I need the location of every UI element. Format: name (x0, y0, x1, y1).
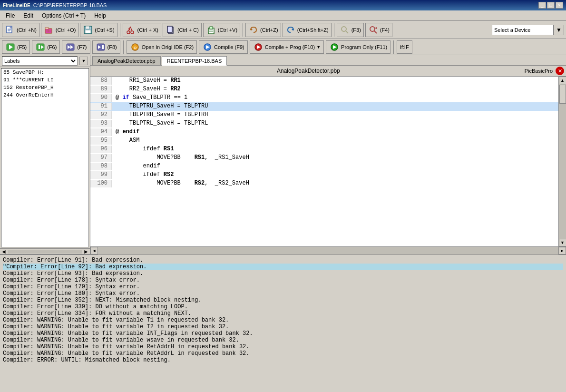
new-file-icon (5, 25, 15, 35)
copy-label: (Ctrl + C) (177, 27, 199, 33)
device-input[interactable] (492, 25, 554, 35)
scroll-down-arrow[interactable]: ▼ (559, 239, 566, 246)
origi-icon: O (130, 42, 140, 52)
f8-label: (F8) (107, 44, 117, 50)
labels-dropdown-button[interactable]: ▼ (79, 57, 88, 65)
separator4 (123, 40, 124, 54)
list-item[interactable]: 244 OverReEnterH (1, 91, 88, 99)
open-file-button[interactable]: (Ctrl +O) (41, 23, 78, 37)
paste-button[interactable]: (Ctrl +V) (203, 23, 240, 37)
line-content: RR1_SaveH = RR1 (112, 77, 181, 85)
code-content[interactable]: 88 RR1_SaveH = RR1 89 RR2_SaveH = RR2 90… (90, 77, 558, 246)
search-next-icon (368, 25, 379, 35)
scroll-left-arrow[interactable]: ◄ (1, 248, 7, 255)
line-content: RR2_SaveH = RR2 (112, 86, 181, 93)
menu-file[interactable]: File (2, 11, 19, 20)
bottom-scrollbar[interactable]: ◄ ► (90, 246, 566, 254)
tab-reenter[interactable]: REENTERPBP-18.BAS (162, 56, 227, 66)
save-file-label: (Ctrl +S) (95, 27, 114, 33)
labels-list[interactable]: 65 SavePBP_H: 91 ***CURRENT LI 152 Resto… (1, 68, 89, 247)
save-file-icon (83, 25, 93, 35)
compile-button[interactable]: Compile (F9) (199, 40, 248, 54)
svg-rect-11 (86, 26, 89, 29)
paste-label: (Ctrl +V) (218, 27, 237, 33)
code-line-100: 100 MOVE?BB RS2, _RS2_SaveH (90, 179, 558, 188)
line-content: MOVE?BB RS2, _RS2_SaveH (112, 180, 249, 187)
scroll-thumb[interactable] (559, 85, 566, 104)
copy-button[interactable]: (Ctrl + C) (163, 23, 202, 37)
close-window-button[interactable]: × (556, 2, 563, 9)
compile-prog-button[interactable]: Compile + Prog (F10) ▼ (250, 40, 324, 54)
f6-button[interactable]: (F6) (32, 40, 60, 54)
line-number: 92 (90, 111, 112, 119)
output-line-3: Compiler: Error[Line 178]: Syntax error. (3, 277, 563, 284)
tab-analog[interactable]: AnalogPeakDetector.pbp (92, 56, 161, 65)
close-editor-button[interactable]: ✕ (556, 67, 564, 75)
scroll-left-arrow[interactable]: ◄ (90, 247, 98, 255)
scroll-up-arrow[interactable]: ▲ (559, 77, 566, 84)
right-scrollbar[interactable]: ▲ ▼ (558, 77, 566, 246)
new-file-button[interactable]: (Ctrl +N) (2, 23, 39, 37)
separator2 (243, 23, 243, 37)
output-line-1: "Compiler: Error[Line 92]: Bad expressio… (3, 264, 563, 270)
labels-dropdown[interactable]: Labels (2, 56, 78, 66)
f5-button[interactable]: (F5) (2, 40, 30, 54)
undo-label: (Ctrl+Z) (260, 27, 278, 33)
separator5 (393, 40, 394, 54)
f8-button[interactable]: (F8) (92, 40, 120, 54)
svg-rect-12 (85, 30, 91, 33)
code-line-90: 90 @ if Save_TBLPTR == 1 (90, 94, 558, 102)
code-filename: AnalogPeakDetector.pbp (92, 68, 525, 74)
list-item[interactable]: 152 RestorePBP_H (1, 84, 88, 91)
output-line-9: Compiler: WARNING: Unable to fit variabl… (3, 317, 563, 323)
compile-prog-dropdown[interactable]: ▼ (316, 45, 321, 49)
line-content: TBLPTRH_SaveH = TBLPTRH (112, 111, 208, 119)
minimize-button[interactable]: _ (538, 2, 546, 9)
line-content: ifdef RS1 (112, 146, 174, 153)
f7-button[interactable]: (F7) (62, 40, 90, 54)
copy-icon (166, 25, 176, 35)
scroll-right-arrow[interactable]: ► (83, 248, 89, 255)
origi-ide-label: Open in Origi IDE (F2) (142, 44, 194, 50)
code-line-92: 92 TBLPTRH_SaveH = TBLPTRH (90, 111, 558, 119)
output-line-4: Compiler: Error[Line 179]: Syntax error. (3, 284, 563, 290)
list-item[interactable]: 91 ***CURRENT LI (1, 76, 88, 84)
toolbar1: (Ctrl +N) (Ctrl +O) (Ctrl +S) (0, 21, 566, 39)
save-file-button[interactable]: (Ctrl +S) (80, 23, 117, 37)
search-button[interactable]: (F3) (337, 23, 364, 37)
line-number: 95 (90, 137, 112, 145)
output-panel[interactable]: Compiler: Error[Line 91]: Bad expression… (0, 254, 566, 392)
title-controls[interactable]: _ □ × (538, 2, 563, 9)
program-only-button[interactable]: Program Only (F11) (326, 40, 390, 54)
device-selector[interactable]: ▼ (492, 25, 564, 35)
undo-button[interactable]: (Ctrl+Z) (245, 23, 281, 37)
scroll-track[interactable] (559, 84, 566, 239)
redo-button[interactable]: (Ctrl+Shift+Z) (283, 23, 332, 37)
list-item[interactable]: 65 SavePBP_H: (1, 69, 88, 76)
cut-icon (126, 25, 136, 35)
menu-help[interactable]: Help (90, 11, 110, 20)
maximize-button[interactable]: □ (547, 2, 555, 9)
search-next-button[interactable]: (F4) (365, 23, 392, 37)
code-line-97: 97 MOVE?BB RS1, _RS1_SaveH (90, 154, 558, 162)
output-line-12: Compiler: WARNING: Unable to fit variabl… (3, 337, 563, 343)
output-line-15: Compiler: ERROR: UNTIL: Mismatched block… (3, 357, 563, 363)
line-number: 100 (90, 180, 112, 187)
h-scroll-track[interactable] (98, 247, 558, 255)
cut-label: (Ctrl + X) (137, 27, 158, 33)
main-area: Labels ▼ 65 SavePBP_H: 91 ***CURRENT LI … (0, 55, 566, 254)
menu-edit[interactable]: Edit (20, 11, 37, 20)
scroll-right-arrow[interactable]: ► (558, 247, 566, 255)
cut-button[interactable]: (Ctrl + X) (123, 23, 161, 37)
svg-rect-42 (102, 45, 104, 49)
line-content: ASM (112, 137, 139, 145)
origi-ide-button[interactable]: O Open in Origi IDE (F2) (127, 40, 197, 54)
app-logo: FineLineIDE (3, 3, 30, 8)
title-bar: FineLineIDE C:\PBP\REENTERPBP-18.BAS _ □… (0, 0, 566, 10)
if-button[interactable]: if:IF (397, 40, 412, 54)
device-dropdown-button[interactable]: ▼ (554, 25, 564, 35)
menu-options[interactable]: Options (Ctrl + T) (38, 11, 89, 20)
code-line-94: 94 @ endif (90, 128, 558, 137)
title-filepath: C:\PBP\REENTERPBP-18.BAS (33, 2, 107, 8)
left-scroll[interactable]: ◄ ► (0, 248, 90, 254)
